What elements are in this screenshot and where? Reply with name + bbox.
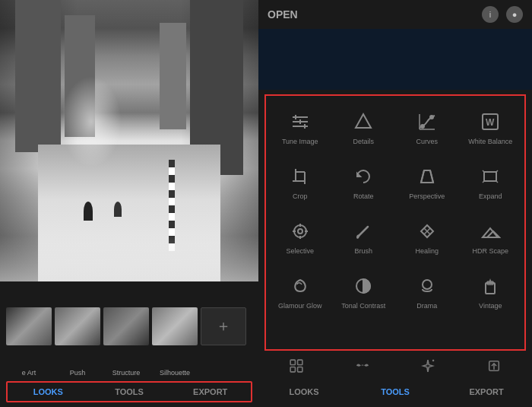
curves-icon [414,109,440,135]
thumbnails-row: ＋ [0,281,258,367]
svg-line-46 [433,360,435,361]
svg-point-27 [298,229,302,234]
perspective-icon [414,164,440,189]
vintage-label: Vintage [479,302,502,310]
tool-expand[interactable]: Expand [460,154,522,207]
tool-crop[interactable]: Crop [269,154,331,207]
tools-grid: Tune Image Details [269,99,521,316]
details-icon [350,109,376,135]
svg-rect-21 [484,172,496,181]
left-panel: ＋ e Art Push Structure Silhouette LOOKS … [0,0,258,407]
thumb-1[interactable] [6,307,52,345]
glamour-glow-icon [287,273,313,299]
tool-rotate[interactable]: Rotate [333,154,395,207]
tool-perspective[interactable]: Perspective [396,154,458,207]
thumb-labels: e Art Push Structure Silhouette [0,367,258,380]
drama-icon [414,273,440,299]
vintage-icon [477,273,503,299]
svg-marker-36 [487,231,499,237]
bottom-icon-mustache[interactable] [331,354,395,378]
right-tab-looks[interactable]: LOOKS [258,383,350,401]
thumb-3[interactable] [103,307,149,345]
svg-point-9 [421,125,424,128]
tune-image-icon [287,109,313,135]
healing-label: Healing [415,247,439,256]
svg-line-22 [483,170,484,172]
bottom-icon-grid[interactable] [264,354,329,378]
svg-point-26 [294,225,306,237]
thumb-4[interactable] [152,307,198,345]
details-label: Details [353,138,374,146]
tool-brush[interactable]: Brush [333,208,395,262]
selective-icon [287,218,313,244]
curves-label: Curves [416,138,438,146]
dot-icon-button[interactable]: ● [506,6,523,23]
thumb-label-1: e Art [6,369,52,377]
crop-icon [287,164,313,189]
brush-label: Brush [354,247,372,256]
svg-rect-42 [298,360,302,364]
thumb-2[interactable] [55,307,100,345]
bottom-icons-row [258,354,532,380]
thumb-label-2: Push [55,369,100,377]
left-tab-looks[interactable]: LOOKS [8,383,89,401]
bottom-icon-arrow-up[interactable] [462,354,527,378]
white-balance-label: White Balance [468,138,512,146]
tool-details[interactable]: Details [333,99,395,152]
tonal-contrast-label: Tonal Contrast [341,302,385,310]
tools-container: Tune Image Details [264,94,526,351]
tonal-contrast-icon [350,273,376,299]
tool-drama[interactable]: Drama [396,263,458,316]
right-tab-export[interactable]: EXPORT [441,383,532,401]
svg-line-24 [483,181,484,183]
tool-vintage[interactable]: Vintage [460,263,522,316]
bottom-icon-sparkle[interactable] [396,354,461,378]
svg-line-19 [421,170,424,183]
svg-rect-44 [298,367,302,372]
header-icons: i ● [482,6,523,23]
expand-label: Expand [479,192,502,201]
tool-selective[interactable]: Selective [269,208,331,262]
svg-marker-17 [357,173,360,176]
svg-rect-43 [290,367,295,372]
svg-line-20 [430,170,433,183]
open-button[interactable]: OPEN [268,8,298,21]
tool-white-balance[interactable]: W White Balance [460,99,522,152]
glamour-glow-label: Glamour Glow [278,302,322,310]
rotate-icon [350,164,376,189]
svg-point-38 [423,280,432,289]
tool-hdr-scape[interactable]: HDR Scape [460,208,522,262]
svg-rect-41 [290,360,295,364]
brush-icon [350,218,376,244]
main-photo [0,0,258,281]
svg-text:W: W [486,117,495,128]
left-bottom-nav: LOOKS TOOLS EXPORT [6,381,252,402]
right-panel: OPEN i ● [258,0,532,407]
right-preview-area [258,29,532,90]
tool-glamour-glow[interactable]: Glamour Glow [269,263,331,316]
svg-line-32 [359,227,368,236]
crop-label: Crop [293,192,308,201]
perspective-label: Perspective [409,192,445,201]
tune-image-label: Tune Image [282,138,318,146]
right-tab-tools[interactable]: TOOLS [350,383,441,401]
rotate-label: Rotate [353,192,374,201]
left-tab-export[interactable]: EXPORT [169,383,251,401]
tool-curves[interactable]: Curves [396,99,458,152]
svg-line-25 [496,181,498,183]
tool-tonal-contrast[interactable]: Tonal Contrast [333,263,395,316]
info-icon-button[interactable]: i [482,6,499,23]
svg-point-10 [430,116,433,119]
healing-icon [414,218,440,244]
tool-tune-image[interactable]: Tune Image [269,99,331,152]
tool-healing[interactable]: Healing [396,208,458,262]
expand-icon [477,164,503,189]
drama-label: Drama [416,302,437,310]
hdr-scape-icon [477,218,503,244]
hdr-scape-label: HDR Scape [472,247,508,256]
left-tab-tools[interactable]: TOOLS [89,383,170,401]
svg-marker-6 [356,114,371,128]
white-balance-icon: W [477,109,503,135]
thumb-label-4: Silhouette [152,369,198,377]
add-thumb-button[interactable]: ＋ [201,307,246,345]
